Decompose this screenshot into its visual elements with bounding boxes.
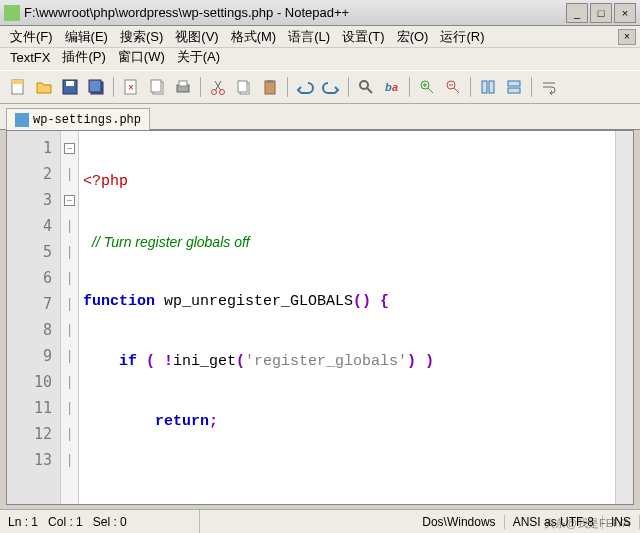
menu-macro[interactable]: 宏(O) — [391, 26, 435, 48]
menu-about[interactable]: 关于(A) — [171, 46, 226, 68]
maximize-button[interactable]: □ — [590, 3, 612, 23]
code-area[interactable]: <?php // Turn register globals off funct… — [79, 131, 615, 504]
menu-bar: 文件(F) 编辑(E) 搜索(S) 视图(V) 格式(M) 语言(L) 设置(T… — [0, 26, 640, 48]
file-icon — [15, 113, 29, 127]
svg-rect-3 — [66, 81, 74, 86]
close-button[interactable]: × — [614, 3, 636, 23]
svg-rect-9 — [151, 80, 161, 92]
minimize-button[interactable]: _ — [566, 3, 588, 23]
menu-edit[interactable]: 编辑(E) — [59, 26, 114, 48]
menu-plugins[interactable]: 插件(P) — [56, 46, 111, 68]
undo-icon[interactable] — [293, 75, 317, 99]
svg-text:×: × — [128, 82, 134, 93]
svg-rect-25 — [508, 81, 520, 86]
menu-language[interactable]: 语言(L) — [282, 26, 336, 48]
svg-rect-1 — [12, 80, 23, 84]
menu-file[interactable]: 文件(F) — [4, 26, 59, 48]
sync-h-icon[interactable] — [502, 75, 526, 99]
svg-rect-24 — [489, 81, 494, 93]
menu-window[interactable]: 窗口(W) — [112, 46, 171, 68]
replace-icon[interactable]: ba — [380, 75, 404, 99]
new-file-icon[interactable] — [6, 75, 30, 99]
menu-textfx[interactable]: TextFX — [4, 48, 56, 67]
fold-column[interactable]: − │ − ││││││││││ — [61, 131, 79, 504]
tab-bar: wp-settings.php — [0, 104, 640, 130]
wrap-icon[interactable] — [537, 75, 561, 99]
window-title: F:\wwwroot\php\wordpress\wp-settings.php… — [24, 5, 566, 20]
save-all-icon[interactable] — [84, 75, 108, 99]
menu-settings[interactable]: 设置(T) — [336, 26, 391, 48]
svg-rect-23 — [482, 81, 487, 93]
svg-rect-15 — [238, 81, 247, 92]
svg-rect-5 — [89, 80, 101, 92]
zoom-out-icon[interactable] — [441, 75, 465, 99]
save-icon[interactable] — [58, 75, 82, 99]
svg-rect-17 — [267, 80, 273, 83]
menu-search[interactable]: 搜索(S) — [114, 26, 169, 48]
menu-bar-2: TextFX 插件(P) 窗口(W) 关于(A) — [0, 48, 640, 70]
editor[interactable]: 12345678910111213 − │ − ││││││││││ <?php… — [6, 130, 634, 505]
svg-rect-11 — [179, 81, 187, 86]
open-file-icon[interactable] — [32, 75, 56, 99]
paste-icon[interactable] — [258, 75, 282, 99]
svg-text:a: a — [392, 81, 398, 93]
fold-toggle-icon[interactable]: − — [64, 143, 75, 154]
cut-icon[interactable] — [206, 75, 230, 99]
fold-toggle-icon[interactable]: − — [64, 195, 75, 206]
redo-icon[interactable] — [319, 75, 343, 99]
title-bar: F:\wwwroot\php\wordpress\wp-settings.php… — [0, 0, 640, 26]
find-icon[interactable] — [354, 75, 378, 99]
app-icon — [4, 5, 20, 21]
zoom-in-icon[interactable] — [415, 75, 439, 99]
copy-icon[interactable] — [232, 75, 256, 99]
watermark: 头条@我是FEIYA — [544, 516, 630, 531]
vertical-scrollbar[interactable] — [615, 131, 633, 504]
toolbar: × ba — [0, 70, 640, 104]
close-all-icon[interactable] — [145, 75, 169, 99]
status-eol: Dos\Windows — [414, 515, 504, 529]
close-file-icon[interactable]: × — [119, 75, 143, 99]
svg-text:b: b — [385, 81, 392, 93]
print-icon[interactable] — [171, 75, 195, 99]
tab-wp-settings[interactable]: wp-settings.php — [6, 108, 150, 130]
svg-point-12 — [212, 90, 217, 95]
svg-point-13 — [220, 90, 225, 95]
status-position: Ln : 1 Col : 1 Sel : 0 — [0, 510, 200, 533]
line-number-gutter: 12345678910111213 — [7, 131, 61, 504]
menu-run[interactable]: 运行(R) — [434, 26, 490, 48]
mdi-close-button[interactable]: × — [618, 29, 636, 45]
menu-format[interactable]: 格式(M) — [225, 26, 283, 48]
tab-label: wp-settings.php — [33, 113, 141, 127]
sync-v-icon[interactable] — [476, 75, 500, 99]
svg-point-18 — [360, 81, 368, 89]
svg-rect-26 — [508, 88, 520, 93]
menu-view[interactable]: 视图(V) — [169, 26, 224, 48]
